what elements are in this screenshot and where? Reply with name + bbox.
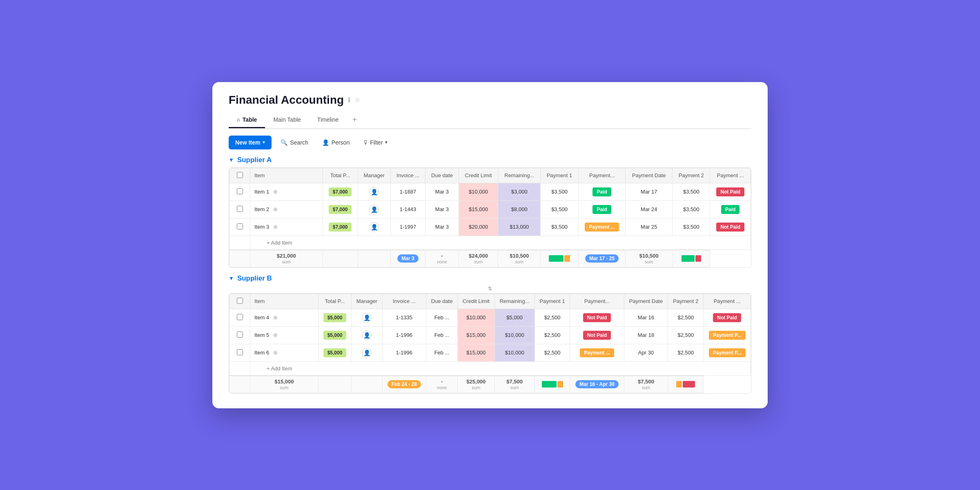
summary-credit-label: none — [437, 385, 447, 390]
payment1-cell: $3,500 — [541, 200, 578, 218]
add-subitem-icon[interactable]: ⊕ — [273, 206, 278, 212]
summary-payment1-cell: $10,500 sum — [498, 250, 541, 267]
payment-date-cell: Mar 24 — [626, 200, 673, 218]
payment2-status-cell: Paid — [710, 200, 751, 218]
col-payment1-status: Payment... — [570, 294, 624, 309]
add-subitem-icon[interactable]: ⊕ — [273, 314, 278, 321]
add-subitem-icon[interactable]: ⊕ — [273, 350, 278, 356]
row-checkbox-cell[interactable] — [229, 183, 250, 200]
payment-date-cell: Mar 25 — [626, 218, 673, 236]
row-checkbox[interactable] — [237, 332, 243, 338]
row-checkbox-cell[interactable] — [229, 309, 250, 326]
item-name-cell: Item 4 ⊕ — [250, 309, 318, 326]
filter-button[interactable]: ⊽ Filter ▾ — [359, 136, 392, 149]
summary-empty2 — [352, 376, 382, 393]
invoice-cell: 1-1996 — [382, 326, 426, 344]
app-window: Financial Accounting ℹ ☆ ⌂ Table Main Ta… — [212, 82, 768, 408]
summary-date-cell: Feb 24 - 28 — [382, 376, 426, 393]
row-checkbox-cell[interactable] — [229, 326, 250, 344]
tab-table[interactable]: ⌂ Table — [229, 112, 265, 128]
payment-date-cell: Apr 30 — [624, 344, 668, 361]
add-item-label[interactable]: + Add Item — [250, 236, 751, 250]
col-due-date: Due date — [425, 168, 459, 183]
summary-date-range-cell: Mar 16 - Apr 30 — [570, 376, 624, 393]
person-avatar: 👤 — [369, 222, 379, 232]
summary-total-cell: $21,000 sum — [250, 250, 323, 267]
summary-credit2-value: $24,000 — [463, 253, 494, 259]
due-date-cell: Feb ... — [426, 344, 458, 361]
row-checkbox-cell[interactable] — [229, 200, 250, 218]
supplier-a-header[interactable]: ▼ Supplier A — [229, 156, 751, 164]
new-item-button[interactable]: New Item ▾ — [229, 136, 272, 149]
star-icon[interactable]: ☆ — [354, 96, 360, 104]
manager-cell[interactable]: 👤 — [352, 326, 382, 344]
supplier-b-section: ▼ Supplier B ⇅ Item Total P... Manager I… — [229, 274, 751, 394]
payment2-status-cell: Not Paid — [710, 218, 751, 236]
toolbar: New Item ▾ 🔍 Search 👤 Person ⊽ Filter ▾ — [212, 129, 768, 156]
supplier-a-title: Supplier A — [237, 156, 272, 164]
person-button[interactable]: 👤 Person — [317, 136, 354, 149]
col-manager: Manager — [358, 168, 390, 183]
add-item-row[interactable]: + Add Item — [229, 236, 751, 250]
supplier-b-header[interactable]: ▼ Supplier B — [229, 274, 751, 283]
col-payment-date: Payment Date — [624, 294, 668, 309]
select-all-header[interactable] — [229, 294, 250, 309]
select-all-checkbox[interactable] — [237, 298, 243, 304]
bar-green — [542, 381, 557, 388]
page-title: Financial Accounting — [229, 94, 344, 107]
add-tab-button[interactable]: + — [347, 111, 363, 128]
add-subitem-icon[interactable]: ⊕ — [273, 332, 278, 338]
payment1-status-badge: Not Paid — [583, 313, 611, 322]
tab-timeline[interactable]: Timeline — [309, 112, 347, 128]
row-checkbox-cell[interactable] — [229, 344, 250, 361]
col-payment2-status: Payment ... — [704, 294, 751, 309]
summary-payment2-cell: $10,500 sum — [626, 250, 673, 267]
collapse-chevron-icon: ▼ — [229, 157, 234, 163]
row-checkbox-cell[interactable] — [229, 218, 250, 236]
summary-empty1 — [318, 376, 351, 393]
tab-main-table[interactable]: Main Table — [265, 112, 309, 128]
select-all-checkbox[interactable] — [237, 172, 243, 178]
payment2-cell: $2,500 — [668, 344, 704, 361]
row-checkbox[interactable] — [237, 223, 243, 229]
col-payment2: Payment 2 — [668, 294, 704, 309]
row-checkbox[interactable] — [237, 206, 243, 212]
row-checkbox[interactable] — [237, 188, 243, 194]
add-item-label[interactable]: + Add Item — [250, 361, 751, 376]
summary-payment1-value: $10,500 — [502, 253, 536, 259]
resize-handle-icon[interactable]: ⇅ — [488, 286, 492, 292]
supplier-a-table-wrap: Item Total P... Manager Invoice ... Due … — [229, 167, 751, 268]
remaining-cell: $10,000 — [494, 344, 535, 361]
add-subitem-icon[interactable]: ⊕ — [273, 189, 278, 195]
manager-cell[interactable]: 👤 — [352, 309, 382, 326]
add-item-row[interactable]: + Add Item — [229, 361, 751, 376]
info-icon[interactable]: ℹ — [348, 96, 350, 104]
collapse-chevron-icon: ▼ — [229, 275, 234, 281]
col-payment1: Payment 1 — [541, 168, 578, 183]
payment2-status-badge: Payment P... — [709, 331, 746, 340]
manager-cell[interactable]: 👤 — [352, 344, 382, 361]
total-price-cell: $7,000 — [323, 200, 358, 218]
payment-date-range-badge: Mar 17 - 25 — [585, 254, 619, 263]
mini-bar-chart — [677, 255, 706, 262]
payment2-cell: $3,500 — [673, 183, 710, 200]
payment2-cell: $2,500 — [668, 309, 704, 326]
tabs-row: ⌂ Table Main Table Timeline + — [229, 111, 751, 129]
summary-payment1-cell: $7,500 sum — [494, 376, 535, 393]
row-checkbox[interactable] — [237, 349, 243, 355]
bar-orange — [557, 381, 563, 388]
manager-cell[interactable]: 👤 — [358, 218, 390, 236]
date-range-badge: Mar 3 — [397, 254, 418, 263]
select-all-header[interactable] — [229, 168, 250, 183]
manager-cell[interactable]: 👤 — [358, 183, 390, 200]
col-payment1: Payment 1 — [535, 294, 570, 309]
manager-cell[interactable]: 👤 — [358, 200, 390, 218]
add-subitem-icon[interactable]: ⊕ — [273, 224, 278, 230]
row-checkbox[interactable] — [237, 314, 243, 320]
search-button[interactable]: 🔍 Search — [276, 136, 313, 149]
summary-credit-value: - — [430, 253, 454, 259]
payment-date-range-badge: Mar 16 - Apr 30 — [575, 380, 619, 388]
payment2-status-cell: Payment P... — [704, 326, 751, 344]
item-name-cell: Item 5 ⊕ — [250, 326, 318, 344]
col-remaining: Remaining... — [494, 294, 535, 309]
